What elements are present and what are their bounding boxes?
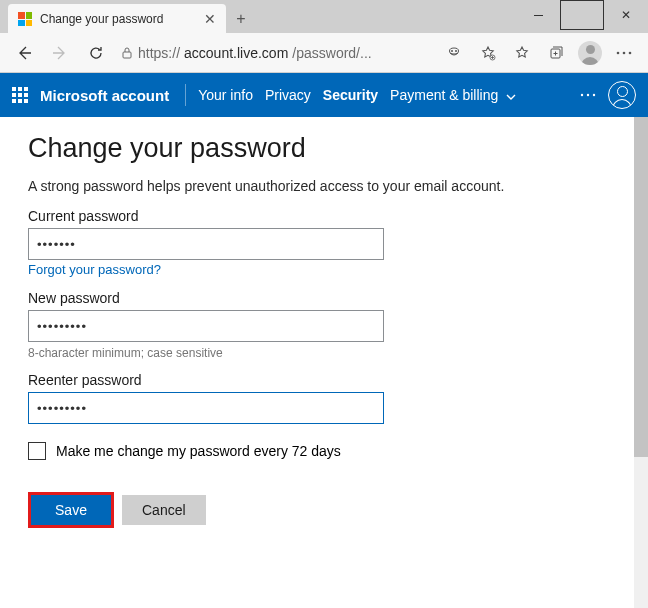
window-titlebar: Change your password ✕ + ✕ [0,0,648,33]
more-button[interactable] [608,37,640,69]
avatar-icon [578,41,602,65]
url-path: /password/... [292,45,371,61]
page-title: Change your password [28,133,620,164]
forward-button[interactable] [44,37,76,69]
window-close-button[interactable]: ✕ [604,0,648,30]
tab-title: Change your password [40,12,196,26]
svg-point-16 [593,94,595,96]
brand-title[interactable]: Microsoft account [40,87,169,104]
svg-rect-1 [123,52,131,58]
new-password-input[interactable]: ••••••••• [28,310,384,342]
password-hint: 8-character minimum; case sensitive [28,346,620,360]
header-more-icon[interactable] [580,93,596,97]
svg-point-2 [450,48,459,54]
collections-icon[interactable] [540,37,572,69]
highlight-box: Save [28,492,114,528]
nav-security[interactable]: Security [323,87,378,103]
nav-payment[interactable]: Payment & billing [390,87,516,103]
url-protocol: https:// [138,45,180,61]
add-favorite-icon[interactable] [472,37,504,69]
svg-point-14 [581,94,583,96]
chevron-down-icon [506,94,516,100]
current-password-label: Current password [28,208,620,224]
reenter-password-label: Reenter password [28,372,620,388]
change-every-72-days-checkbox[interactable] [28,442,46,460]
svg-point-11 [617,51,620,54]
favorites-icon[interactable] [506,37,538,69]
forgot-password-link[interactable]: Forgot your password? [28,262,161,277]
url-host: account.live.com [184,45,288,61]
reenter-password-input[interactable]: ••••••••• [28,392,384,424]
account-avatar[interactable] [608,81,636,109]
site-header: Microsoft account Your info Privacy Secu… [0,73,648,117]
nav-privacy[interactable]: Privacy [265,87,311,103]
profile-button[interactable] [574,37,606,69]
svg-point-12 [623,51,626,54]
inprivate-icon[interactable] [438,37,470,69]
window-maximize-button[interactable] [560,0,604,30]
close-tab-icon[interactable]: ✕ [204,11,216,27]
divider [185,84,186,106]
checkbox-label: Make me change my password every 72 days [56,443,341,459]
scrollbar[interactable] [634,117,648,608]
new-tab-button[interactable]: + [226,4,256,34]
refresh-button[interactable] [80,37,112,69]
svg-point-4 [455,50,457,52]
cancel-button[interactable]: Cancel [122,495,206,525]
svg-point-13 [629,51,632,54]
current-password-input[interactable]: ••••••• [28,228,384,260]
new-password-label: New password [28,290,620,306]
nav-payment-label: Payment & billing [390,87,498,103]
app-launcher-icon[interactable] [12,87,28,103]
back-button[interactable] [8,37,40,69]
scrollbar-thumb[interactable] [634,117,648,457]
window-minimize-button[interactable] [516,0,560,30]
page-content: Change your password A strong password h… [0,117,648,544]
svg-point-3 [451,50,453,52]
page-subtitle: A strong password helps prevent unauthor… [28,178,620,194]
address-bar[interactable]: https://account.live.com/password/... [116,45,434,61]
save-button[interactable]: Save [31,495,111,525]
nav-your-info[interactable]: Your info [198,87,253,103]
browser-toolbar: https://account.live.com/password/... [0,33,648,73]
microsoft-favicon [18,12,32,26]
lock-icon [120,46,134,60]
browser-tab[interactable]: Change your password ✕ [8,4,226,34]
svg-point-15 [587,94,589,96]
